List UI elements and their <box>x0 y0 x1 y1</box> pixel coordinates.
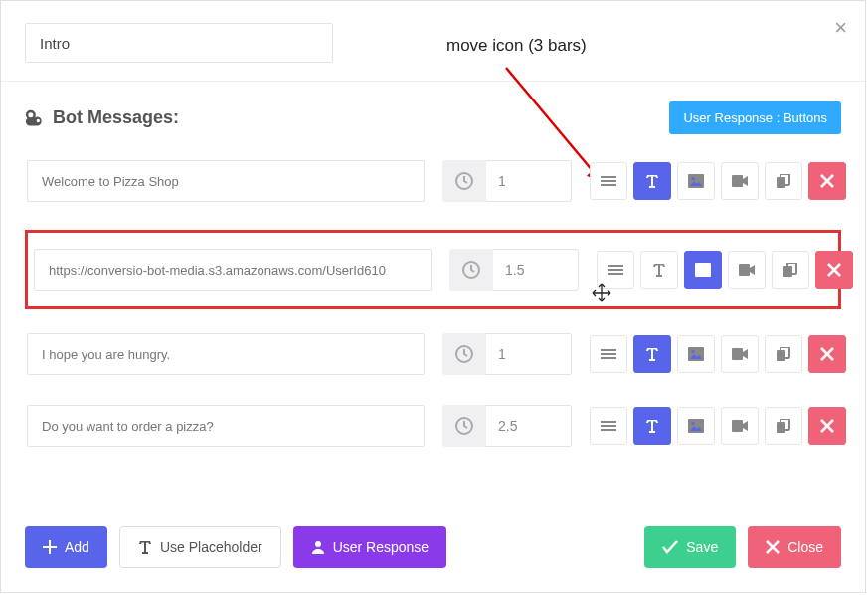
copy-button[interactable] <box>765 407 802 445</box>
svg-rect-16 <box>732 348 743 360</box>
move-icon[interactable] <box>597 251 634 289</box>
move-icon[interactable] <box>590 407 627 445</box>
image-tool-button[interactable] <box>677 162 715 200</box>
text-icon <box>138 540 152 554</box>
text-tool-button[interactable] <box>640 251 678 289</box>
svg-point-15 <box>692 350 695 353</box>
move-icon[interactable] <box>590 335 627 373</box>
delay-input[interactable] <box>486 405 572 447</box>
section-title: Bot Messages: <box>25 107 179 128</box>
bot-icon <box>25 109 45 127</box>
x-icon <box>766 540 780 554</box>
clock-icon <box>449 249 493 291</box>
delete-button[interactable] <box>808 162 846 200</box>
svg-rect-10 <box>739 264 750 276</box>
close-icon[interactable]: × <box>834 15 847 41</box>
user-icon <box>311 540 325 554</box>
annotation-label: move icon (3 bars) <box>446 36 587 56</box>
title-input[interactable] <box>25 23 333 63</box>
svg-point-3 <box>692 177 695 180</box>
delay-input[interactable] <box>493 249 579 291</box>
use-placeholder-button[interactable]: Use Placeholder <box>119 526 281 568</box>
video-tool-button[interactable] <box>721 162 759 200</box>
user-response-button[interactable]: User Response <box>293 526 447 568</box>
message-text-input[interactable] <box>27 160 425 202</box>
message-text-input[interactable] <box>34 249 432 291</box>
copy-button[interactable] <box>772 251 809 289</box>
message-text-input[interactable] <box>27 405 425 447</box>
svg-point-9 <box>699 266 702 269</box>
text-tool-button[interactable] <box>633 335 671 373</box>
clock-icon <box>442 160 486 202</box>
plus-icon <box>43 540 57 554</box>
delay-input[interactable] <box>486 160 572 202</box>
copy-button[interactable] <box>765 162 802 200</box>
clock-icon <box>442 333 486 375</box>
svg-point-25 <box>315 541 321 547</box>
message-text-input[interactable] <box>27 333 425 375</box>
text-tool-button[interactable] <box>633 407 671 445</box>
image-tool-button[interactable] <box>677 335 715 373</box>
copy-button[interactable] <box>765 335 802 373</box>
text-tool-button[interactable] <box>633 162 671 200</box>
move-icon[interactable] <box>590 162 627 200</box>
video-tool-button[interactable] <box>728 251 766 289</box>
message-row <box>25 403 841 449</box>
video-tool-button[interactable] <box>721 335 759 373</box>
delay-input[interactable] <box>486 333 572 375</box>
clock-icon <box>442 405 486 447</box>
message-row <box>25 230 841 309</box>
svg-rect-4 <box>732 175 743 187</box>
delete-button[interactable] <box>808 407 846 445</box>
message-row <box>25 331 841 377</box>
delete-button[interactable] <box>808 335 846 373</box>
user-response-buttons[interactable]: User Response : Buttons <box>669 101 841 134</box>
add-button[interactable]: Add <box>25 526 107 568</box>
message-row <box>25 158 841 204</box>
delete-button[interactable] <box>815 251 853 289</box>
save-button[interactable]: Save <box>644 526 736 568</box>
image-tool-button[interactable] <box>684 251 722 289</box>
image-tool-button[interactable] <box>677 407 715 445</box>
close-button[interactable]: Close <box>748 526 841 568</box>
video-tool-button[interactable] <box>721 407 759 445</box>
svg-rect-22 <box>732 420 743 432</box>
svg-point-21 <box>692 422 695 425</box>
check-icon <box>662 540 678 554</box>
